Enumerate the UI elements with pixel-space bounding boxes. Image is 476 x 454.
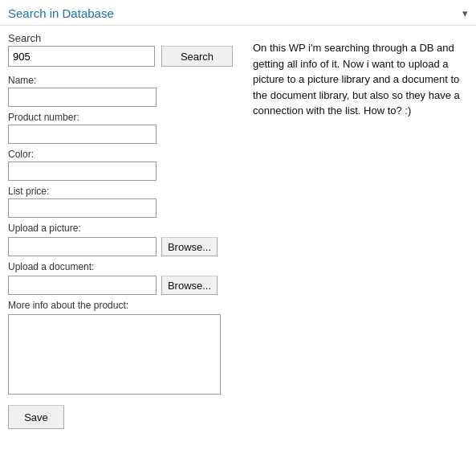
product-number-input[interactable] <box>8 125 157 144</box>
main-content: Search Search Name: Product number: Colo… <box>0 26 476 454</box>
more-info-textarea[interactable] <box>8 314 221 395</box>
search-row: Search <box>8 46 233 67</box>
more-info-container <box>8 314 233 397</box>
page-title: Search in Database <box>8 6 114 20</box>
page-container: Search in Database ▾ Search Search Name:… <box>0 0 476 454</box>
upload-picture-label: Upload a picture: <box>8 223 233 234</box>
color-input[interactable] <box>8 162 157 181</box>
browse-picture-button[interactable]: Browse... <box>161 237 218 256</box>
name-input[interactable] <box>8 88 157 107</box>
browse-document-button[interactable]: Browse... <box>161 276 218 295</box>
product-number-label: Product number: <box>8 112 233 123</box>
list-price-input[interactable] <box>8 198 157 218</box>
save-button[interactable]: Save <box>8 405 64 429</box>
search-label: Search <box>8 32 233 44</box>
left-panel: Search Search Name: Product number: Colo… <box>0 32 241 448</box>
search-input[interactable] <box>8 46 155 67</box>
upload-document-label: Upload a document: <box>8 261 233 272</box>
sidebar-text: On this WP i'm searching through a DB an… <box>253 42 460 117</box>
list-price-label: List price: <box>8 186 233 197</box>
upload-document-row: Browse... <box>8 276 233 295</box>
upload-picture-row: Browse... <box>8 237 233 256</box>
search-button[interactable]: Search <box>161 46 233 67</box>
color-label: Color: <box>8 149 233 160</box>
right-panel: On this WP i'm searching through a DB an… <box>241 32 476 448</box>
more-info-label: More info about the product: <box>8 300 233 311</box>
header-arrow-icon: ▾ <box>462 7 468 19</box>
header: Search in Database ▾ <box>0 0 476 26</box>
name-label: Name: <box>8 75 233 86</box>
upload-document-input[interactable] <box>8 276 157 295</box>
upload-picture-input[interactable] <box>8 237 157 256</box>
